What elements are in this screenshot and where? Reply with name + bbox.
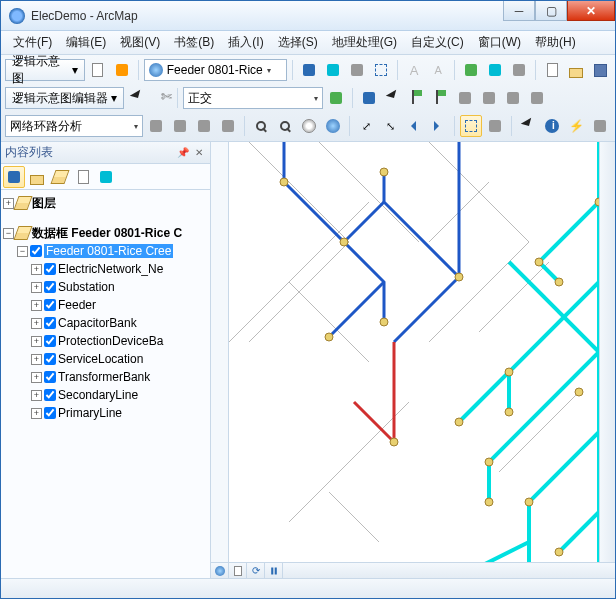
tool-icon[interactable] (346, 59, 368, 81)
layout-view-tab[interactable] (229, 563, 247, 578)
clear-selection-icon[interactable] (484, 115, 506, 137)
editor-dropdown[interactable]: 逻辑示意图编辑器 ▾ (5, 87, 124, 109)
tree-layer-row[interactable]: +ServiceLocation (31, 350, 208, 368)
tree-layer-row[interactable]: +Substation (31, 278, 208, 296)
data-view-tab[interactable] (211, 563, 229, 578)
list-by-visibility-icon[interactable] (49, 166, 71, 188)
maximize-button[interactable]: ▢ (535, 1, 567, 21)
refresh-icon[interactable]: ⟳ (247, 563, 265, 578)
vertical-scrollbar[interactable] (599, 142, 615, 562)
tree-layer-row[interactable]: +CapacitorBank (31, 314, 208, 332)
zoom-out-icon[interactable] (274, 115, 296, 137)
expand-icon[interactable]: + (31, 408, 42, 419)
fixed-zoom-in-icon[interactable]: ⤢ (355, 115, 377, 137)
menu-geoprocessing[interactable]: 地理处理(G) (326, 32, 403, 53)
tree-layer-row[interactable]: +Feeder (31, 296, 208, 314)
menu-file[interactable]: 文件(F) (7, 32, 58, 53)
open-icon[interactable] (565, 59, 587, 81)
expand-icon[interactable]: + (31, 300, 42, 311)
layer-checkbox[interactable] (30, 245, 42, 257)
schematic-refresh-icon[interactable] (111, 59, 133, 81)
pointer-icon[interactable] (517, 115, 539, 137)
schematic-new-icon[interactable] (87, 59, 109, 81)
menu-view[interactable]: 视图(V) (114, 32, 166, 53)
trace-icon[interactable] (358, 87, 380, 109)
schematic-dropdown[interactable]: 逻辑示意图 ▾ (5, 59, 85, 81)
tree-layer-row[interactable]: +PrimaryLine (31, 404, 208, 422)
menu-windows[interactable]: 窗口(W) (472, 32, 527, 53)
tree-selected-layer[interactable]: − Feeder 0801-Rice Cree (17, 242, 208, 260)
expand-icon[interactable]: + (31, 354, 42, 365)
expand-icon[interactable]: + (31, 264, 42, 275)
close-icon[interactable]: ✕ (192, 147, 206, 158)
feeder-combo[interactable]: Feeder 0801-Rice ▾ (144, 59, 287, 81)
expand-icon[interactable]: + (31, 372, 42, 383)
list-by-drawing-icon[interactable] (3, 166, 25, 188)
scroll-track[interactable] (283, 563, 615, 578)
save-icon[interactable] (589, 59, 611, 81)
tree-dataframe[interactable]: − 数据框 Feeder 0801-Rice C (3, 224, 208, 242)
expand-icon[interactable]: + (31, 318, 42, 329)
close-button[interactable]: ✕ (567, 1, 615, 21)
menu-help[interactable]: 帮助(H) (529, 32, 582, 53)
flag-icon[interactable] (406, 87, 428, 109)
layer-checkbox[interactable] (44, 281, 56, 293)
titlebar: ElecDemo - ArcMap ─ ▢ ✕ (1, 1, 615, 31)
svg-point-16 (575, 388, 583, 396)
expand-icon[interactable]: + (31, 390, 42, 401)
layer-checkbox[interactable] (44, 389, 56, 401)
network-combo-value: 网络环路分析 (10, 118, 82, 135)
expand-icon[interactable]: + (3, 198, 14, 209)
next-extent-icon[interactable] (427, 115, 449, 137)
collapse-icon[interactable]: − (3, 228, 14, 239)
minimize-button[interactable]: ─ (503, 1, 535, 21)
layer-icon[interactable] (508, 59, 530, 81)
menu-selection[interactable]: 选择(S) (272, 32, 324, 53)
svg-point-1 (340, 238, 348, 246)
tool-icon[interactable] (322, 59, 344, 81)
layer-checkbox[interactable] (44, 353, 56, 365)
prev-extent-icon[interactable] (403, 115, 425, 137)
map-canvas[interactable] (229, 142, 599, 562)
app-icon (9, 8, 25, 24)
options-icon[interactable] (95, 166, 117, 188)
layer-checkbox[interactable] (44, 407, 56, 419)
identify-icon[interactable] (541, 115, 563, 137)
full-extent-icon[interactable] (322, 115, 344, 137)
layer-checkbox[interactable] (44, 263, 56, 275)
tree-layer-row[interactable]: +TransformerBank (31, 368, 208, 386)
tool-icon[interactable] (370, 59, 392, 81)
layer-checkbox[interactable] (44, 335, 56, 347)
tree-layer-row[interactable]: +ElectricNetwork_Ne (31, 260, 208, 278)
list-by-source-icon[interactable] (26, 166, 48, 188)
layout-combo[interactable]: 正交 ▾ (183, 87, 323, 109)
propagate-icon[interactable] (298, 59, 320, 81)
menu-bookmarks[interactable]: 书签(B) (168, 32, 220, 53)
pin-icon[interactable]: 📌 (174, 147, 192, 158)
network-analysis-combo[interactable]: 网络环路分析 ▾ (5, 115, 143, 137)
select-pointer-icon[interactable] (382, 87, 404, 109)
expand-icon[interactable]: + (31, 336, 42, 347)
pan-icon[interactable] (298, 115, 320, 137)
apply-layout-icon[interactable] (325, 87, 347, 109)
menu-customize[interactable]: 自定义(C) (405, 32, 470, 53)
tree-layers-root[interactable]: + 图层 (3, 194, 208, 212)
menu-insert[interactable]: 插入(I) (222, 32, 269, 53)
flag-icon[interactable] (430, 87, 452, 109)
expand-icon[interactable]: + (31, 282, 42, 293)
menu-edit[interactable]: 编辑(E) (60, 32, 112, 53)
layer-icon[interactable] (484, 59, 506, 81)
new-doc-icon[interactable] (541, 59, 563, 81)
zoom-in-icon[interactable] (250, 115, 272, 137)
layer-icon[interactable] (460, 59, 482, 81)
fixed-zoom-out-icon[interactable]: ⤡ (379, 115, 401, 137)
layer-checkbox[interactable] (44, 317, 56, 329)
layer-checkbox[interactable] (44, 371, 56, 383)
tree-layer-row[interactable]: +SecondaryLine (31, 386, 208, 404)
list-by-selection-icon[interactable] (72, 166, 94, 188)
select-elements-icon[interactable] (460, 115, 482, 137)
layer-checkbox[interactable] (44, 299, 56, 311)
collapse-icon[interactable]: − (17, 246, 28, 257)
tree-layer-row[interactable]: +ProtectionDeviceBa (31, 332, 208, 350)
pause-icon[interactable] (265, 563, 283, 578)
